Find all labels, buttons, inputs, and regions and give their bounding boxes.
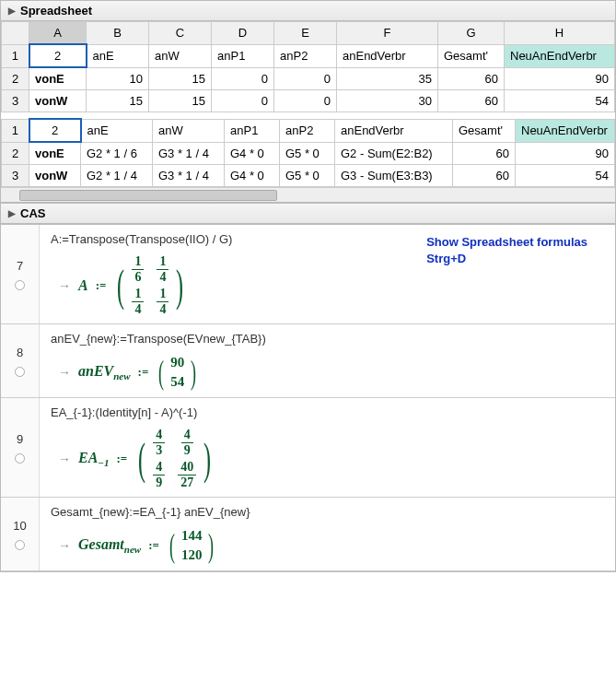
cell[interactable]: 54 <box>505 90 615 112</box>
cas-row[interactable]: 9 EA_{-1}:(Identity[n] - A)^(-1) → EA−1 … <box>1 398 615 498</box>
cell[interactable]: 60 <box>453 142 516 165</box>
marble-icon[interactable] <box>15 367 25 377</box>
values-table[interactable]: A B C D E F G H 1 2 anE anW anP1 anP2 an… <box>1 21 615 112</box>
cell[interactable]: vonW <box>29 165 81 187</box>
cell[interactable]: G3 * 1 / 4 <box>153 165 225 187</box>
col-H[interactable]: H <box>505 22 615 45</box>
cell[interactable]: anE <box>81 119 153 142</box>
output-arrow-icon: → <box>58 365 71 380</box>
marble-icon[interactable] <box>15 540 25 550</box>
table-row[interactable]: 1 2 anE anW anP1 anP2 anEndVerbr Gesamt'… <box>2 44 615 67</box>
cell[interactable]: Gesamt' <box>453 119 516 142</box>
table-row[interactable]: 2 vonE 10 15 0 0 35 60 90 <box>2 67 615 90</box>
cell[interactable]: anP1 <box>225 119 280 142</box>
horizontal-scrollbar[interactable] <box>1 187 615 202</box>
cas-row-number: 8 <box>1 324 40 397</box>
cell[interactable]: 30 <box>337 90 438 112</box>
cell[interactable]: G4 * 0 <box>225 142 280 165</box>
spreadsheet-panel-header[interactable]: ▶ Spreadsheet <box>0 0 616 21</box>
cell[interactable]: 0 <box>212 90 274 112</box>
cell[interactable]: vonE <box>29 142 81 165</box>
cell[interactable]: 60 <box>438 67 505 90</box>
cell-A1-selected[interactable]: 2 <box>29 119 81 142</box>
marble-icon[interactable] <box>15 280 25 290</box>
cas-area: 7 Show Spreadsheet formulasStrg+D A:=Tra… <box>0 224 616 572</box>
row-1[interactable]: 1 <box>2 44 29 67</box>
cas-input[interactable]: anEV_{new}:=Transpose(EVnew_{TAB}) <box>51 332 604 346</box>
col-G[interactable]: G <box>438 22 505 45</box>
cas-output: → anEVnew := (9054) <box>58 355 604 390</box>
scrollbar-thumb[interactable] <box>19 190 277 201</box>
cell[interactable]: 10 <box>87 67 149 90</box>
cas-row-number: 10 <box>1 498 40 570</box>
cell[interactable]: anEndVerbr <box>335 119 453 142</box>
collapse-icon: ▶ <box>8 208 16 218</box>
cell[interactable]: 35 <box>337 67 438 90</box>
cell[interactable]: 90 <box>505 67 615 90</box>
col-E[interactable]: E <box>274 22 337 45</box>
row-3[interactable]: 3 <box>2 90 29 112</box>
col-D[interactable]: D <box>212 22 274 45</box>
cell[interactable]: 15 <box>149 67 212 90</box>
cell[interactable]: 0 <box>212 67 274 90</box>
cell[interactable]: anE <box>87 44 149 67</box>
cell[interactable]: G3 * 1 / 4 <box>153 142 225 165</box>
col-B[interactable]: B <box>87 22 149 45</box>
cell[interactable]: vonE <box>29 67 87 90</box>
row-1[interactable]: 1 <box>2 119 29 142</box>
cell[interactable]: anW <box>153 119 225 142</box>
cell[interactable]: 60 <box>438 90 505 112</box>
table-row[interactable]: 3 vonW G2 * 1 / 4 G3 * 1 / 4 G4 * 0 G5 *… <box>2 165 615 187</box>
cell[interactable]: G3 - Sum(E3:B3) <box>335 165 453 187</box>
cell[interactable]: Gesamt' <box>438 44 505 67</box>
col-A[interactable]: A <box>29 22 87 45</box>
cas-row-number: 7 <box>1 225 40 323</box>
cas-input[interactable]: EA_{-1}:(Identity[n] - A)^(-1) <box>51 405 604 419</box>
cell[interactable]: NeuAnEndVerbr <box>516 119 615 142</box>
spreadsheet-area: A B C D E F G H 1 2 anE anW anP1 anP2 an… <box>0 21 616 203</box>
cas-input[interactable]: Gesamt_{new}:=EA_{-1} anEV_{new} <box>51 505 604 519</box>
col-C[interactable]: C <box>149 22 212 45</box>
cas-output: → EA−1 := (4349494027) <box>58 429 604 489</box>
cell[interactable]: 15 <box>149 90 212 112</box>
col-F[interactable]: F <box>337 22 438 45</box>
cell[interactable]: 0 <box>274 90 337 112</box>
marble-icon[interactable] <box>15 453 25 464</box>
cell[interactable]: 60 <box>453 165 516 187</box>
cell[interactable]: G5 * 0 <box>280 165 335 187</box>
table-row[interactable]: 2 vonE G2 * 1 / 6 G3 * 1 / 4 G4 * 0 G5 *… <box>2 142 615 165</box>
cell[interactable]: 0 <box>274 67 337 90</box>
row-2[interactable]: 2 <box>2 142 29 165</box>
cell[interactable]: G2 * 1 / 6 <box>81 142 153 165</box>
cell[interactable]: G2 - Sum(E2:B2) <box>335 142 453 165</box>
cell[interactable]: vonW <box>29 90 87 112</box>
formulas-table[interactable]: 1 2 anE anW anP1 anP2 anEndVerbr Gesamt'… <box>1 118 615 187</box>
cas-panel-header[interactable]: ▶ CAS <box>0 203 616 224</box>
cell[interactable]: anW <box>149 44 212 67</box>
cell[interactable]: anP2 <box>280 119 335 142</box>
hint-text: Show Spreadsheet formulasStrg+D <box>426 234 587 267</box>
cell[interactable]: G5 * 0 <box>280 142 335 165</box>
cell[interactable]: 90 <box>516 142 615 165</box>
cas-row[interactable]: 7 Show Spreadsheet formulasStrg+D A:=Tra… <box>1 225 615 324</box>
panel-title: Spreadsheet <box>20 4 92 18</box>
cell[interactable]: G2 * 1 / 4 <box>81 165 153 187</box>
cell[interactable]: anP1 <box>212 44 274 67</box>
cell[interactable]: 15 <box>87 90 149 112</box>
output-arrow-icon: → <box>58 538 71 553</box>
cell[interactable]: 54 <box>516 165 615 187</box>
cell[interactable]: G4 * 0 <box>225 165 280 187</box>
cell[interactable]: anP2 <box>274 44 337 67</box>
table-row[interactable]: 3 vonW 15 15 0 0 30 60 54 <box>2 90 615 112</box>
row-3[interactable]: 3 <box>2 165 29 187</box>
cas-row[interactable]: 10 Gesamt_{new}:=EA_{-1} anEV_{new} → Ge… <box>1 498 615 571</box>
cell[interactable]: anEndVerbr <box>337 44 438 67</box>
cell-A1-selected[interactable]: 2 <box>29 44 87 67</box>
cas-row-number: 9 <box>1 398 40 497</box>
cell[interactable]: NeuAnEndVerbr <box>505 44 615 67</box>
row-2[interactable]: 2 <box>2 67 29 90</box>
cas-output: → Gesamtnew := (144120) <box>58 528 604 563</box>
table-row[interactable]: 1 2 anE anW anP1 anP2 anEndVerbr Gesamt'… <box>2 119 615 142</box>
corner-cell[interactable] <box>2 22 29 45</box>
cas-row[interactable]: 8 anEV_{new}:=Transpose(EVnew_{TAB}) → a… <box>1 324 615 398</box>
